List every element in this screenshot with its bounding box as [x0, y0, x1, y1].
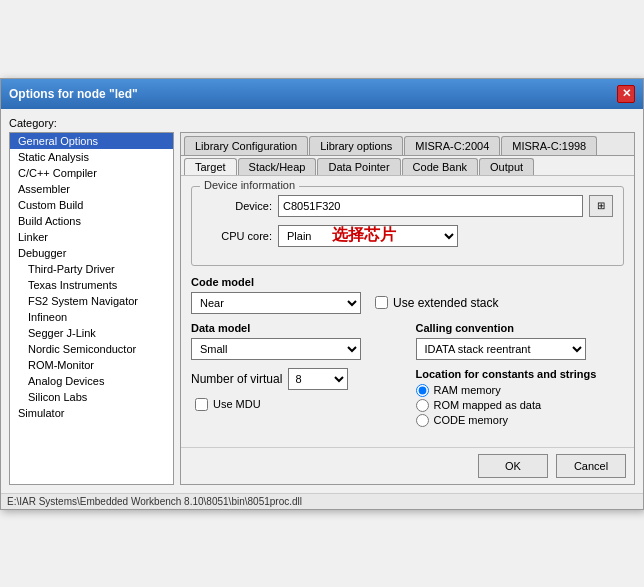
device-info-group: Device information Device: ⊞ CPU core: [191, 186, 624, 266]
use-extended-stack-label: Use extended stack [393, 296, 498, 310]
radio-rom: ROM mapped as data [416, 399, 625, 412]
cpu-label: CPU core: [202, 230, 272, 242]
tree-item-general-options[interactable]: General Options [10, 133, 173, 149]
radio-code-input[interactable] [416, 414, 429, 427]
tree-item-custom-build[interactable]: Custom Build [10, 197, 173, 213]
ok-button[interactable]: OK [478, 454, 548, 478]
device-input[interactable] [278, 195, 583, 217]
tree-item-cpp-compiler[interactable]: C/C++ Compiler [10, 165, 173, 181]
calling-convention-label: Calling convention [416, 322, 625, 334]
tree-item-fs2[interactable]: FS2 System Navigator [10, 293, 173, 309]
tree-item-nordic[interactable]: Nordic Semiconductor [10, 341, 173, 357]
cancel-button[interactable]: Cancel [556, 454, 626, 478]
tab-misra-2004[interactable]: MISRA-C:2004 [404, 136, 500, 155]
tab-row-2: Target Stack/Heap Data Pointer Code Bank… [181, 156, 634, 176]
calling-convention-select[interactable]: IDATA stack reentrant XDATA stack reentr… [416, 338, 586, 360]
radio-code: CODE memory [416, 414, 625, 427]
data-model-col: Data model Small Large Generic [191, 322, 400, 360]
subtab-data-pointer[interactable]: Data Pointer [317, 158, 400, 175]
close-button[interactable]: ✕ [617, 85, 635, 103]
radio-ram-label: RAM memory [434, 384, 501, 396]
tree-item-simulator[interactable]: Simulator [10, 405, 173, 421]
bottom-buttons: OK Cancel [181, 447, 634, 484]
window-title: Options for node "led" [9, 87, 138, 101]
code-model-section: Code model Near Far Banked Use extended … [191, 276, 624, 314]
data-calling-section: Data model Small Large Generic Calling c… [191, 322, 624, 360]
radio-ram: RAM memory [416, 384, 625, 397]
cpu-select[interactable]: Plain 8051 8052 [278, 225, 458, 247]
radio-ram-input[interactable] [416, 384, 429, 397]
code-model-row: Near Far Banked Use extended stack [191, 292, 624, 314]
tab-row-1: Library Configuration Library options MI… [181, 133, 634, 156]
constants-label: Location for constants and strings [416, 368, 625, 380]
tree-item-static-analysis[interactable]: Static Analysis [10, 149, 173, 165]
category-tree: General Options Static Analysis C/C++ Co… [9, 132, 174, 485]
tab-misra-1998[interactable]: MISRA-C:1998 [501, 136, 597, 155]
subtab-target[interactable]: Target [184, 158, 237, 175]
cpu-row: CPU core: Plain 8051 8052 [202, 225, 613, 247]
category-label: Category: [9, 117, 635, 129]
browse-icon: ⊞ [597, 200, 605, 211]
window-body: Category: General Options Static Analysi… [1, 109, 643, 493]
device-label: Device: [202, 200, 272, 212]
use-extended-stack-checkbox[interactable] [375, 296, 388, 309]
tree-item-assembler[interactable]: Assembler [10, 181, 173, 197]
tree-item-infineon[interactable]: Infineon [10, 309, 173, 325]
tab-library-options[interactable]: Library options [309, 136, 403, 155]
subtab-stack-heap[interactable]: Stack/Heap [238, 158, 317, 175]
right-panel: Library Configuration Library options MI… [180, 132, 635, 485]
tree-item-debugger[interactable]: Debugger [10, 245, 173, 261]
use-mdu-label: Use MDU [213, 398, 261, 410]
radio-rom-label: ROM mapped as data [434, 399, 542, 411]
options-window: Options for node "led" ✕ Category: Gener… [0, 78, 644, 510]
tree-item-texas[interactable]: Texas Instruments [10, 277, 173, 293]
radio-rom-input[interactable] [416, 399, 429, 412]
tree-item-segger[interactable]: Segger J-Link [10, 325, 173, 341]
panel-content: Device information Device: ⊞ CPU core: [181, 176, 634, 447]
code-model-select[interactable]: Near Far Banked [191, 292, 361, 314]
virtual-constants-section: Number of virtual 8 4 16 Use MDU [191, 368, 624, 429]
virtual-col: Number of virtual 8 4 16 Use MDU [191, 368, 400, 411]
tree-item-silicon[interactable]: Silicon Labs [10, 389, 173, 405]
subtab-code-bank[interactable]: Code Bank [402, 158, 478, 175]
tree-item-third-party[interactable]: Third-Party Driver [10, 261, 173, 277]
use-mdu-checkbox[interactable] [195, 398, 208, 411]
radio-code-label: CODE memory [434, 414, 509, 426]
browse-button[interactable]: ⊞ [589, 195, 613, 217]
virtual-row: Number of virtual 8 4 16 [191, 368, 400, 390]
virtual-select[interactable]: 8 4 16 [288, 368, 348, 390]
use-mdu-row: Use MDU [195, 398, 400, 411]
title-bar: Options for node "led" ✕ [1, 79, 643, 109]
tree-item-analog[interactable]: Analog Devices [10, 373, 173, 389]
tree-item-build-actions[interactable]: Build Actions [10, 213, 173, 229]
data-model-select[interactable]: Small Large Generic [191, 338, 361, 360]
device-info-title: Device information [200, 179, 299, 191]
code-model-label: Code model [191, 276, 624, 288]
calling-convention-col: Calling convention IDATA stack reentrant… [416, 322, 625, 360]
subtab-output[interactable]: Output [479, 158, 534, 175]
constants-col: Location for constants and strings RAM m… [416, 368, 625, 429]
tree-item-linker[interactable]: Linker [10, 229, 173, 245]
tab-library-configuration[interactable]: Library Configuration [184, 136, 308, 155]
device-row: Device: ⊞ [202, 195, 613, 217]
data-model-label: Data model [191, 322, 400, 334]
virtual-label: Number of virtual [191, 372, 282, 386]
tree-item-rom-monitor[interactable]: ROM-Monitor [10, 357, 173, 373]
status-bar: E:\IAR Systems\Embedded Workbench 8.10\8… [1, 493, 643, 509]
main-content: General Options Static Analysis C/C++ Co… [9, 132, 635, 485]
